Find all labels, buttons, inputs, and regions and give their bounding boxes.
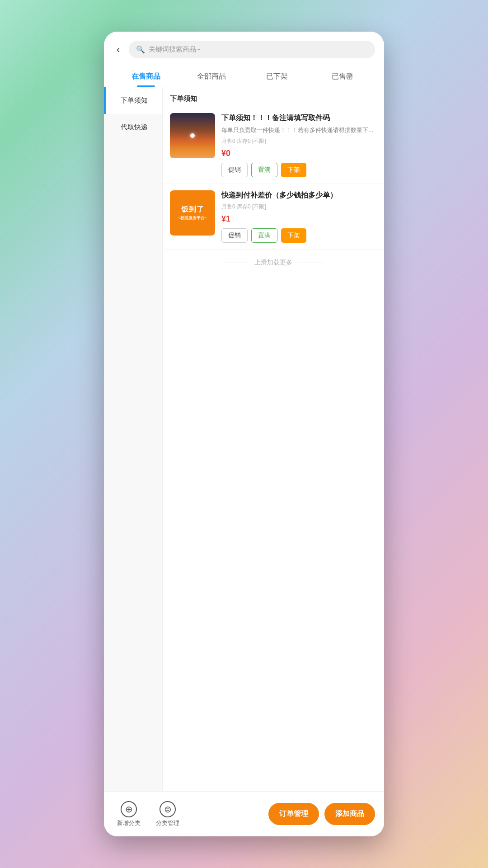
product-actions-1: 促销 置满 下架 — [221, 163, 377, 177]
search-bar[interactable]: 🔍 关键词搜索商品~ — [129, 41, 375, 58]
pin-full-button-2[interactable]: 置满 — [251, 228, 277, 243]
manage-category-button[interactable]: ⊜ 分类管理 — [152, 801, 183, 827]
orange-logo: 饭到了 ~校园服务平台~ — [170, 190, 215, 236]
pin-full-button-1[interactable]: 置满 — [251, 163, 277, 177]
category-header: 下单须知 — [163, 87, 384, 107]
product-desc-1: 每单只负责取一件快递！！！若有多件快递请根据数量下... — [221, 126, 377, 135]
product-actions-2: 促销 置满 下架 — [221, 228, 377, 243]
sidebar-item-order-notice[interactable]: 下单须知 — [104, 87, 162, 114]
header: ‹ 🔍 关键词搜索商品~ 在售商品 全部商品 已下架 已售罄 — [104, 32, 384, 87]
search-input-placeholder[interactable]: 关键词搜索商品~ — [149, 45, 200, 54]
off-shelf-button-2[interactable]: 下架 — [281, 228, 306, 243]
logo-main-text: 饭到了 — [181, 205, 204, 214]
tab-off-shelf[interactable]: 已下架 — [244, 66, 310, 87]
add-category-label: 新增分类 — [117, 819, 141, 827]
product-title-1: 下单须知！！！备注请填写取件码 — [221, 113, 377, 123]
product-stats-1: 月售0 库存0 [不限] — [221, 137, 377, 145]
product-info-2: 快递到付补差价（多少钱拍多少单） 月售0 库存0 [不限] ¥1 促销 置满 下… — [221, 190, 377, 243]
tab-sold-out[interactable]: 已售罄 — [310, 66, 375, 87]
add-circle-icon: ⊕ — [121, 801, 137, 817]
add-product-button[interactable]: 添加商品 — [324, 803, 375, 825]
action-buttons: 订单管理 添加商品 — [268, 803, 375, 825]
product-thumbnail-2: 饭到了 ~校园服务平台~ — [170, 190, 215, 236]
sun-decoration — [190, 133, 195, 138]
promotion-button-2[interactable]: 促销 — [221, 228, 248, 243]
logo-sub-text: ~校园服务平台~ — [178, 216, 207, 221]
tab-all[interactable]: 全部商品 — [178, 66, 244, 87]
list-item: 下单须知！！！备注请填写取件码 每单只负责取一件快递！！！若有多件快递请根据数量… — [163, 107, 384, 184]
load-more-indicator: 上滑加载更多 — [163, 250, 384, 276]
product-title-2: 快递到付补差价（多少钱拍多少单） — [221, 190, 377, 200]
sunset-image — [170, 113, 215, 158]
order-management-button[interactable]: 订单管理 — [268, 803, 319, 825]
product-info-1: 下单须知！！！备注请填写取件码 每单只负责取一件快递！！！若有多件快递请根据数量… — [221, 113, 377, 177]
product-list: 下单须知 下单须知！！！备注请填写取件码 每单只负责取一件快递！！！若有多件快递… — [163, 87, 384, 791]
off-shelf-button-1[interactable]: 下架 — [281, 163, 306, 177]
main-content: 下单须知 代取快递 下单须知 下单须知！！！备注请填写取件码 每单只负责取一件快… — [104, 87, 384, 791]
sidebar: 下单须知 代取快递 — [104, 87, 163, 791]
manage-circle-icon: ⊜ — [160, 801, 176, 817]
product-price-1: ¥0 — [221, 149, 377, 158]
product-stats-2: 月售0 库存0 [不限] — [221, 203, 377, 211]
add-category-button[interactable]: ⊕ 新增分类 — [113, 801, 145, 827]
sidebar-item-courier[interactable]: 代取快递 — [104, 114, 162, 141]
promotion-button-1[interactable]: 促销 — [221, 163, 248, 177]
product-price-2: ¥1 — [221, 214, 377, 224]
load-more-text: 上滑加载更多 — [254, 259, 292, 267]
bottom-bar: ⊕ 新增分类 ⊜ 分类管理 订单管理 添加商品 — [104, 791, 384, 836]
search-icon: 🔍 — [136, 45, 145, 54]
product-thumbnail-1 — [170, 113, 215, 158]
header-top: ‹ 🔍 关键词搜索商品~ — [113, 41, 375, 58]
manage-category-label: 分类管理 — [156, 819, 179, 827]
list-item: 饭到了 ~校园服务平台~ 快递到付补差价（多少钱拍多少单） 月售0 库存0 [不… — [163, 184, 384, 250]
back-button[interactable]: ‹ — [113, 42, 123, 57]
tab-on-sale[interactable]: 在售商品 — [113, 66, 178, 87]
tab-bar: 在售商品 全部商品 已下架 已售罄 — [113, 66, 375, 87]
